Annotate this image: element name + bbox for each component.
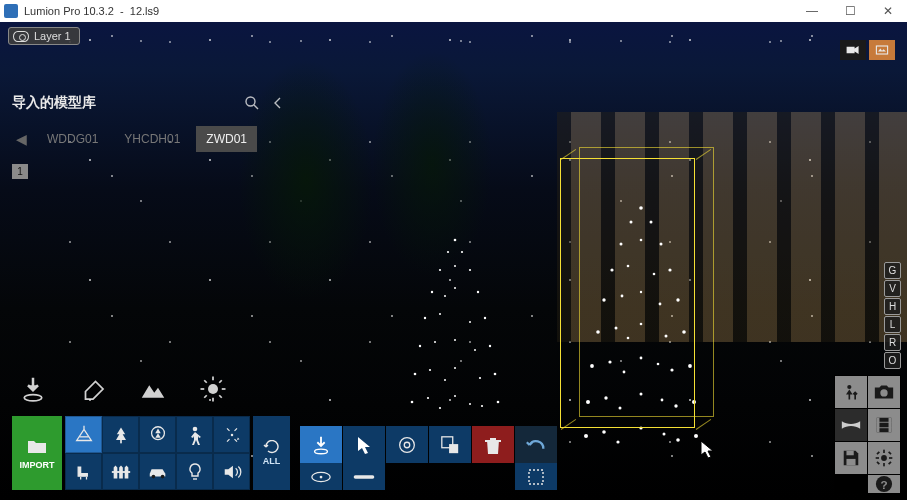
- terrain-tool[interactable]: [138, 374, 168, 404]
- right-panel: ?: [834, 375, 901, 494]
- marquee-select-tool[interactable]: [515, 463, 557, 490]
- svg-rect-118: [876, 451, 880, 455]
- key-l[interactable]: L: [884, 316, 901, 333]
- titlebar: Lumion Pro 10.3.2 - 12.ls9 — ☐ ✕: [0, 0, 907, 22]
- window-close[interactable]: ✕: [869, 0, 907, 22]
- svg-point-28: [481, 405, 483, 407]
- page-1-button[interactable]: 1: [12, 164, 28, 179]
- key-r[interactable]: R: [884, 334, 901, 351]
- category-people[interactable]: [176, 416, 213, 453]
- category-fences[interactable]: [102, 453, 139, 490]
- file-name: 12.ls9: [130, 5, 159, 17]
- svg-line-83: [204, 380, 207, 383]
- svg-point-26: [497, 401, 500, 404]
- placement-toolbar: [300, 426, 558, 490]
- category-vehicles[interactable]: [139, 453, 176, 490]
- svg-point-25: [411, 401, 414, 404]
- tab-yhcdh01[interactable]: YHCDH01: [114, 126, 190, 152]
- key-g[interactable]: G: [884, 262, 901, 279]
- category-fx[interactable]: [213, 416, 250, 453]
- place-tool[interactable]: [300, 426, 342, 463]
- category-furniture[interactable]: [65, 453, 102, 490]
- app-name: Lumion Pro 10.3.2: [24, 5, 114, 17]
- photo-mode-button[interactable]: [868, 376, 900, 408]
- reload-icon: [263, 440, 281, 454]
- tab-zwd01[interactable]: ZWD01: [196, 126, 257, 152]
- svg-point-57: [640, 357, 643, 360]
- svg-point-105: [880, 389, 887, 396]
- svg-point-78: [208, 384, 218, 394]
- key-v[interactable]: V: [884, 280, 901, 297]
- import-button[interactable]: IMPORT: [12, 416, 62, 490]
- import-label: IMPORT: [20, 460, 55, 470]
- svg-point-69: [602, 430, 606, 434]
- svg-rect-117: [889, 457, 892, 459]
- svg-point-56: [670, 368, 673, 371]
- layer-badge[interactable]: Layer 1: [8, 27, 80, 45]
- folder-icon: [26, 437, 48, 455]
- app-icon: [4, 4, 18, 18]
- svg-rect-112: [846, 459, 855, 465]
- save-button[interactable]: [835, 442, 867, 474]
- svg-point-113: [881, 455, 887, 461]
- all-label: ALL: [263, 456, 281, 466]
- key-o[interactable]: O: [884, 352, 901, 369]
- svg-point-54: [688, 364, 692, 368]
- svg-rect-91: [111, 471, 129, 473]
- svg-point-93: [160, 474, 164, 478]
- window-title: Lumion Pro 10.3.2 - 12.ls9: [24, 5, 159, 17]
- select-tool[interactable]: [343, 426, 385, 463]
- category-trees[interactable]: [102, 416, 139, 453]
- eraser-tool[interactable]: [78, 374, 108, 404]
- svg-point-77: [24, 395, 42, 401]
- svg-point-30: [439, 407, 441, 409]
- tab-wddg01[interactable]: WDDG01: [37, 126, 108, 152]
- build-mode-button[interactable]: [835, 376, 867, 408]
- svg-point-89: [192, 426, 197, 431]
- undo-tool[interactable]: [515, 426, 557, 463]
- library-title: 导入的模型库: [12, 94, 96, 112]
- transform-axis-tool[interactable]: [343, 463, 385, 490]
- viewport-3d[interactable]: Layer 1 导入的模型库 ◀ WDDG01 YHCDH01 ZWD01 1: [0, 22, 907, 500]
- weather-tool[interactable]: [198, 374, 228, 404]
- transform-free-tool[interactable]: [300, 463, 342, 490]
- category-sound[interactable]: [213, 453, 250, 490]
- key-h[interactable]: H: [884, 298, 901, 315]
- delete-tool[interactable]: [472, 426, 514, 463]
- svg-rect-87: [120, 440, 122, 443]
- collapse-left-icon[interactable]: [270, 95, 286, 111]
- tabs-prev-icon[interactable]: ◀: [12, 127, 31, 151]
- svg-point-62: [604, 396, 607, 399]
- category-trees-alt[interactable]: [139, 416, 176, 453]
- svg-point-101: [320, 475, 323, 478]
- settings-button[interactable]: [868, 442, 900, 474]
- panorama-mode-button[interactable]: [835, 409, 867, 441]
- svg-point-90: [230, 433, 233, 436]
- window-minimize[interactable]: —: [793, 0, 831, 22]
- window-maximize[interactable]: ☐: [831, 0, 869, 22]
- svg-point-22: [479, 377, 481, 379]
- movie-mode-button[interactable]: [868, 409, 900, 441]
- render-mode-button[interactable]: [869, 40, 895, 60]
- svg-point-71: [639, 426, 642, 429]
- category-nature-objects[interactable]: [65, 416, 102, 453]
- place-object-tool[interactable]: [18, 374, 48, 404]
- svg-point-59: [657, 363, 660, 366]
- scale-tool[interactable]: [429, 426, 471, 463]
- svg-point-65: [619, 407, 622, 410]
- search-icon[interactable]: [244, 95, 260, 111]
- svg-rect-121: [888, 451, 892, 455]
- svg-line-76: [254, 105, 258, 109]
- category-all-button[interactable]: ALL: [253, 416, 290, 490]
- library-pager: 1: [12, 164, 286, 179]
- category-lights[interactable]: [176, 453, 213, 490]
- svg-point-68: [694, 434, 698, 438]
- help-button[interactable]: ?: [868, 475, 900, 493]
- svg-rect-114: [883, 450, 885, 453]
- camera-mode-button[interactable]: [840, 40, 866, 60]
- svg-point-61: [692, 400, 696, 404]
- svg-point-96: [400, 437, 415, 452]
- svg-rect-119: [888, 461, 892, 465]
- svg-point-24: [444, 379, 446, 381]
- rotate-tool[interactable]: [386, 426, 428, 463]
